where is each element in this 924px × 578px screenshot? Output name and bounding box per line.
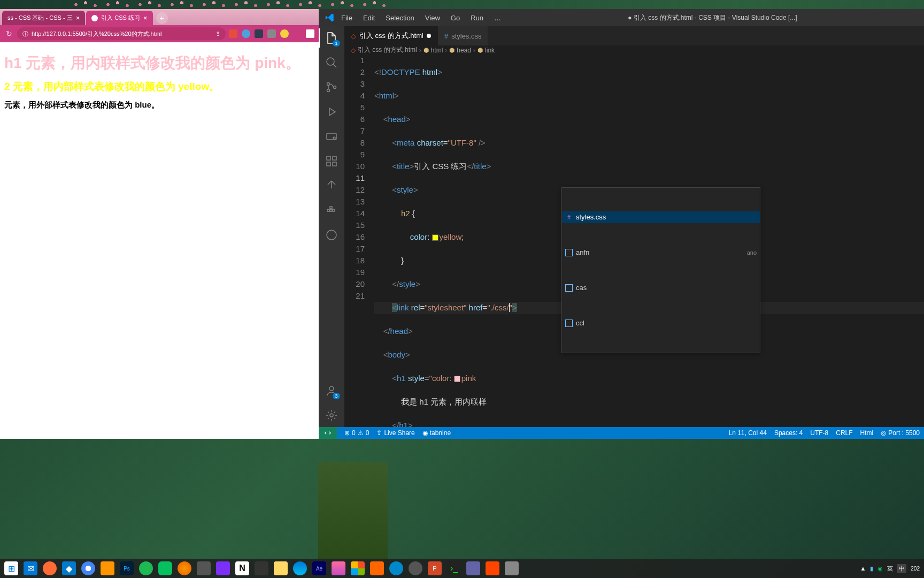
app-icon[interactable] <box>332 561 345 575</box>
share-icon[interactable] <box>324 178 339 193</box>
debug-icon[interactable] <box>324 104 339 119</box>
svg-point-0 <box>327 58 334 65</box>
bc-head: head <box>457 47 471 54</box>
browser-tab-1[interactable]: 引入 CSS 练习 × <box>86 11 152 25</box>
status-eol[interactable]: CRLF <box>836 429 852 437</box>
autocomplete-item[interactable]: cas <box>562 282 760 294</box>
tab-label: 引入 css 的方式.html <box>359 31 424 41</box>
app-icon[interactable] <box>139 561 153 575</box>
chrome-icon[interactable] <box>81 561 95 575</box>
autocomplete-item[interactable]: # styles.css <box>562 211 760 223</box>
status-port[interactable]: ◎ Port : 5500 <box>881 429 920 437</box>
app-icon[interactable] <box>486 561 499 575</box>
snippet-icon <box>565 320 573 327</box>
powerpoint-icon[interactable]: P <box>428 561 442 575</box>
bc-file: 引入 css 的方式.html <box>358 45 417 55</box>
tray-time[interactable]: 202 <box>911 566 920 572</box>
menu-edit[interactable]: Edit <box>359 12 379 24</box>
chevron-icon: › <box>445 47 447 54</box>
editor-area: ◇ 引入 css 的方式.html # styles.css ◇ 引入 css … <box>344 26 924 427</box>
close-icon[interactable]: × <box>76 14 80 22</box>
vscode-icon[interactable]: ◆ <box>62 561 76 575</box>
autocomplete-item[interactable]: anfn ano <box>562 247 760 258</box>
menu-selection[interactable]: Selection <box>381 12 418 24</box>
source-control-icon[interactable] <box>324 80 339 95</box>
editor-tab-0[interactable]: ◇ 引入 css 的方式.html <box>344 26 438 45</box>
code-editor[interactable]: 123456789101112131415161718192021 <!DOCT… <box>344 55 924 427</box>
ext-icon-6[interactable] <box>293 29 302 38</box>
remote-indicator[interactable] <box>319 427 337 439</box>
status-spaces[interactable]: Spaces: 4 <box>774 429 803 437</box>
app-icon[interactable] <box>370 561 384 575</box>
docker-icon[interactable] <box>324 203 339 218</box>
svg-point-15 <box>329 386 334 391</box>
code-content[interactable]: <!DOCTYPE html> <html> <head> <meta char… <box>374 55 924 427</box>
autocomplete-item[interactable]: ccl <box>562 317 760 329</box>
snippet-icon <box>565 284 573 292</box>
microsoft-icon[interactable] <box>351 561 365 575</box>
photoshop-icon[interactable]: Ps <box>120 561 134 575</box>
browser-tabstrip: ss - CSS 基础 - CSS - 三 × 引入 CSS 练习 × + <box>0 9 319 25</box>
breadcrumb[interactable]: ◇ 引入 css 的方式.html › ⬢ html › ⬢ head › ⬢ … <box>344 45 924 55</box>
reload-button[interactable]: ↻ <box>4 29 14 39</box>
menu-run[interactable]: Run <box>466 12 488 24</box>
edge-icon[interactable] <box>293 561 307 575</box>
aftereffects-icon[interactable]: Ae <box>312 561 326 575</box>
explorer-icon[interactable]: 1 <box>324 31 339 45</box>
ext-icon-5[interactable] <box>280 29 289 38</box>
ac-label: ccl <box>576 317 584 329</box>
remote-icon[interactable] <box>324 129 339 144</box>
ext-icon-2[interactable] <box>242 29 250 38</box>
editor-tab-1[interactable]: # styles.css <box>438 26 489 45</box>
folder-icon[interactable] <box>274 561 288 575</box>
telegram-icon[interactable] <box>389 561 403 575</box>
url-bar[interactable]: ⓘ http://127.0.0.1:5500/引入%20css%20的方式.h… <box>17 27 226 40</box>
browser-tab-0[interactable]: ss - CSS 基础 - CSS - 三 × <box>2 11 85 25</box>
tray-icon[interactable]: ▮ <box>870 565 873 572</box>
ext-icon-4[interactable] <box>267 29 276 38</box>
app-icon[interactable] <box>505 561 519 575</box>
start-button[interactable]: ⊞ <box>4 561 18 575</box>
app-icon[interactable] <box>216 561 230 575</box>
share-icon[interactable]: ⇪ <box>215 31 220 37</box>
tray-lang[interactable]: 英 <box>887 565 893 573</box>
app-icon[interactable] <box>43 561 57 575</box>
mail-icon[interactable]: ✉ <box>24 561 37 575</box>
tray-wechat-icon[interactable]: ◉ <box>877 565 883 572</box>
menu-view[interactable]: View <box>421 12 444 24</box>
menu-file[interactable]: File <box>337 12 357 24</box>
status-liveshare[interactable]: ⇪ Live Share <box>376 429 414 437</box>
tabnine-icon[interactable] <box>324 227 339 242</box>
app-icon[interactable] <box>409 561 422 575</box>
notion-icon[interactable]: N <box>235 561 249 575</box>
ext-icon-7[interactable] <box>306 29 314 38</box>
accounts-icon[interactable]: 3 <box>324 383 339 398</box>
status-encoding[interactable]: UTF-8 <box>810 429 828 437</box>
search-icon[interactable] <box>324 55 339 70</box>
firefox-icon[interactable] <box>178 561 191 575</box>
tray-icon[interactable]: ▲ <box>860 565 866 572</box>
wechat-icon[interactable] <box>158 561 172 575</box>
svg-rect-10 <box>327 209 329 211</box>
app-icon[interactable] <box>101 561 114 575</box>
ext-icon-3[interactable] <box>255 29 263 38</box>
terminal-icon[interactable]: ›_ <box>447 561 461 575</box>
status-lang[interactable]: Html <box>860 429 874 437</box>
new-tab-button[interactable]: + <box>156 12 168 24</box>
app-icon[interactable] <box>197 561 211 575</box>
status-tabnine[interactable]: ◉ tabnine <box>422 429 451 437</box>
status-cursor[interactable]: Ln 11, Col 44 <box>729 429 767 437</box>
css-file-icon: # <box>444 32 448 40</box>
line-gutter: 123456789101112131415161718192021 <box>344 55 374 427</box>
extensions-icon[interactable] <box>324 154 339 169</box>
menu-go[interactable]: Go <box>446 12 464 24</box>
close-icon[interactable]: × <box>143 14 148 22</box>
menu-more[interactable]: … <box>490 12 505 24</box>
settings-icon[interactable] <box>324 408 339 423</box>
tray-ime[interactable]: 中 <box>897 564 906 573</box>
status-errors[interactable]: ⊗ 0 ⚠ 0 <box>344 429 369 437</box>
app-icon[interactable] <box>466 561 480 575</box>
app-icon[interactable] <box>255 561 268 575</box>
ext-icon-1[interactable] <box>229 29 237 38</box>
svg-rect-6 <box>327 156 330 160</box>
